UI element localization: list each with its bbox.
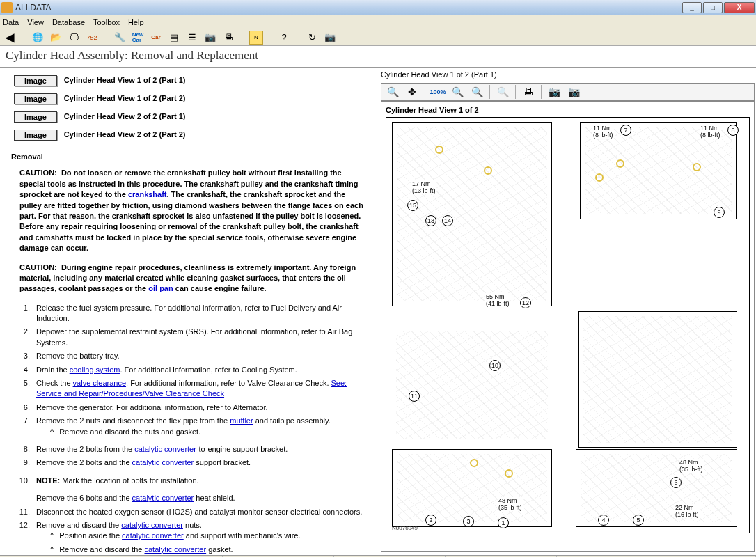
callout: 4 bbox=[598, 515, 609, 526]
crankshaft-link[interactable]: crankshaft bbox=[128, 190, 167, 198]
torque-note: 22 Nm (16 lb-ft) bbox=[675, 504, 700, 518]
step-2: Depower the supplemental restraint syste… bbox=[32, 327, 368, 348]
article-pane[interactable]: Image Cylinder Head View 1 of 2 (Part 1)… bbox=[0, 68, 379, 555]
globe-icon[interactable]: 🌐 bbox=[31, 31, 45, 45]
caution-1: CAUTION: Do not loosen or remove the cra… bbox=[19, 168, 368, 253]
zoom-in-icon[interactable]: 🔍 bbox=[386, 85, 400, 99]
step-8: Remove the 2 bolts from the catalytic co… bbox=[32, 444, 368, 455]
image-button[interactable]: Image bbox=[14, 75, 57, 86]
list2-icon[interactable]: ☰ bbox=[185, 31, 199, 45]
back-button[interactable]: ◀ bbox=[3, 31, 17, 45]
callout: 10 bbox=[489, 360, 501, 371]
muffler-link[interactable]: muffler bbox=[230, 416, 253, 425]
image-link-label[interactable]: Cylinder Head View 2 of 2 (Part 2) bbox=[64, 130, 186, 140]
step-7: Remove the 2 nuts and disconnect the fle… bbox=[32, 416, 368, 437]
oilpan-link[interactable]: oil pan bbox=[148, 284, 173, 292]
wrench-icon[interactable]: 🔧 bbox=[113, 31, 127, 45]
diagram-title: Cylinder Head View 1 of 2 bbox=[386, 106, 750, 114]
image-link-label[interactable]: Cylinder Head View 1 of 2 (Part 2) bbox=[64, 93, 186, 104]
caution-2: CAUTION: During engine repair procedures… bbox=[19, 262, 368, 295]
torque-note: 55 Nm (41 lb-ft) bbox=[485, 293, 510, 307]
prev-image-icon[interactable]: 📷 bbox=[547, 85, 561, 99]
window-title: ALLDATA bbox=[15, 3, 682, 13]
maximize-button[interactable]: □ bbox=[703, 2, 723, 13]
torque-note: 17 Nm (13 lb-ft) bbox=[411, 180, 436, 194]
valve-clearance-link[interactable]: valve clearance bbox=[73, 379, 126, 387]
catalytic-converter-link[interactable]: catalytic converter bbox=[132, 458, 194, 466]
zoom-fit-icon[interactable]: 🔍 bbox=[450, 85, 464, 99]
callout: 5 bbox=[633, 515, 644, 526]
torque-note: 11 Nm (8 lb-ft) bbox=[700, 125, 721, 139]
camera1-icon[interactable]: 📷 bbox=[203, 31, 217, 45]
image-viewer-pane: Cylinder Head View 1 of 2 (Part 1) 🔍 ✥ 1… bbox=[379, 68, 756, 555]
callout: 2 bbox=[425, 515, 436, 526]
code-icon[interactable]: 752 bbox=[85, 31, 99, 45]
catalytic-converter-link[interactable]: catalytic converter bbox=[121, 521, 183, 529]
zoom-region-icon[interactable]: 🔍 bbox=[470, 85, 484, 99]
main-toolbar: ◀ 🌐 📂 🖵 752 🔧 NewCar Car ▤ ☰ 📷 🖶 N ? ↻ 📷 bbox=[0, 29, 756, 46]
catalytic-converter-link[interactable]: catalytic converter bbox=[132, 494, 194, 502]
image-button[interactable]: Image bbox=[14, 111, 57, 123]
step-3: Remove the battery tray. bbox=[32, 351, 368, 361]
app-icon bbox=[1, 2, 13, 13]
window-titlebar: ALLDATA _ □ X bbox=[0, 0, 756, 15]
image-toolbar: 🔍 ✥ 100% 🔍 🔍 🔍 🖶 📷 📷 bbox=[381, 83, 755, 101]
step-10: NOTE: Mark the location of bolts for ins… bbox=[32, 476, 368, 504]
newcar-icon[interactable]: NewCar bbox=[131, 31, 145, 45]
torque-note: 11 Nm (8 lb-ft) bbox=[592, 125, 614, 139]
callout: 1 bbox=[498, 517, 509, 528]
highlight-ring bbox=[435, 146, 443, 154]
callout: 6 bbox=[670, 477, 682, 488]
highlight-ring bbox=[616, 159, 624, 168]
open-icon[interactable]: 📂 bbox=[49, 31, 63, 45]
zoom-out-icon[interactable]: 🔍 bbox=[496, 85, 510, 99]
procedure-list: Release the fuel system pressure. For ad… bbox=[32, 303, 368, 437]
menu-data[interactable]: Data bbox=[3, 18, 19, 26]
image-viewer[interactable]: Cylinder Head View 1 of 2 17 Nm (13 lb-f… bbox=[381, 101, 755, 552]
step-5: Check the valve clearance. For additiona… bbox=[32, 378, 368, 400]
menu-toolbox[interactable]: Toolbox bbox=[93, 18, 120, 26]
image-link-row: Image Cylinder Head View 1 of 2 (Part 1) bbox=[14, 75, 373, 86]
callout: 9 bbox=[714, 207, 725, 218]
callout: 12 bbox=[520, 297, 531, 308]
image-link-row: Image Cylinder Head View 2 of 2 (Part 2) bbox=[14, 130, 373, 141]
note-icon[interactable]: N bbox=[249, 31, 263, 45]
refresh-icon[interactable]: ↻ bbox=[305, 31, 319, 45]
step-4: Drain the cooling system. For additional… bbox=[32, 365, 368, 375]
step-12: Remove and discard the catalytic convert… bbox=[32, 520, 368, 555]
minimize-button[interactable]: _ bbox=[682, 2, 702, 13]
highlight-ring bbox=[484, 166, 492, 175]
callout: 14 bbox=[442, 215, 453, 226]
close-button[interactable]: X bbox=[724, 2, 755, 13]
cooling-system-link[interactable]: cooling system bbox=[70, 366, 120, 374]
image-button[interactable]: Image bbox=[14, 130, 57, 141]
zoom-100-icon[interactable]: 100% bbox=[431, 85, 445, 99]
next-image-icon[interactable]: 📷 bbox=[567, 85, 581, 99]
page-title: Cylinder Head Assembly: Removal and Repl… bbox=[0, 46, 756, 65]
print-image-icon[interactable]: 🖶 bbox=[521, 85, 535, 99]
callout: 13 bbox=[425, 215, 436, 226]
list1-icon[interactable]: ▤ bbox=[167, 31, 181, 45]
car-icon[interactable]: Car bbox=[149, 31, 163, 45]
technical-diagram: 17 Nm (13 lb-ft) 11 Nm (8 lb-ft) 11 Nm (… bbox=[386, 117, 750, 533]
menu-help[interactable]: Help bbox=[128, 18, 144, 26]
menu-view[interactable]: View bbox=[27, 18, 44, 26]
pan-icon[interactable]: ✥ bbox=[405, 85, 419, 99]
help-icon[interactable]: ? bbox=[277, 31, 291, 45]
image-viewer-header: Cylinder Head View 1 of 2 (Part 1) bbox=[379, 68, 756, 81]
image-link-label[interactable]: Cylinder Head View 1 of 2 (Part 1) bbox=[64, 75, 186, 86]
step-1: Release the fuel system pressure. For ad… bbox=[32, 303, 368, 324]
screen-icon[interactable]: 🖵 bbox=[67, 31, 81, 45]
print-icon[interactable]: 🖶 bbox=[221, 31, 235, 45]
menu-database[interactable]: Database bbox=[52, 18, 85, 26]
image-button[interactable]: Image bbox=[14, 93, 57, 104]
diagram-ref: N0076049 bbox=[392, 525, 418, 531]
catalytic-converter-link[interactable]: catalytic converter bbox=[134, 445, 196, 453]
image-link-label[interactable]: Cylinder Head View 2 of 2 (Part 1) bbox=[64, 111, 186, 122]
camera2-icon[interactable]: 📷 bbox=[323, 31, 337, 45]
catalytic-converter-link[interactable]: catalytic converter bbox=[122, 531, 184, 540]
callout: 15 bbox=[407, 200, 418, 211]
highlight-ring bbox=[693, 163, 701, 171]
catalytic-converter-link[interactable]: catalytic converter bbox=[144, 545, 206, 554]
removal-heading: Removal bbox=[11, 152, 373, 162]
